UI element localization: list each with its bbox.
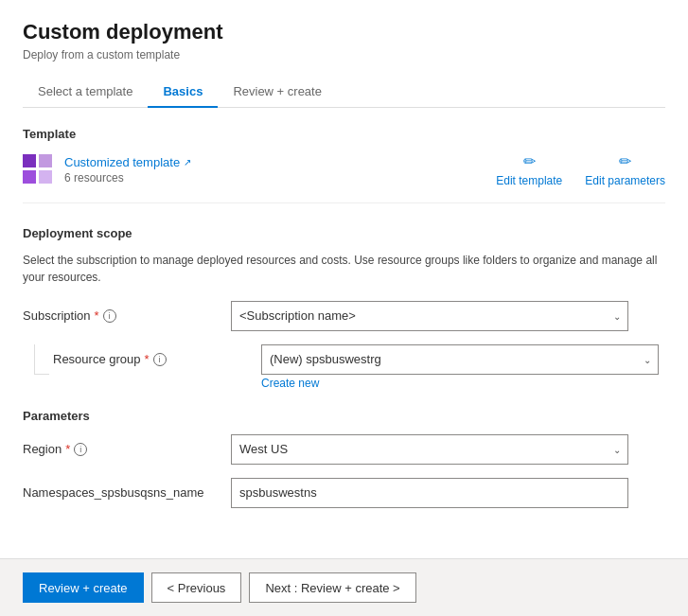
resource-group-required-star: * <box>145 352 150 366</box>
tab-select-template[interactable]: Select a template <box>23 77 148 108</box>
icon-block-2 <box>39 154 52 167</box>
template-icon <box>23 154 53 185</box>
page-subtitle: Deploy from a custom template <box>23 48 665 62</box>
resource-group-label-wrapper: Resource group * i <box>49 344 261 375</box>
page-title: Custom deployment <box>23 19 665 46</box>
indent-line <box>34 344 49 375</box>
edit-parameters-button[interactable]: ✏ Edit parameters <box>585 152 665 187</box>
subscription-required-star: * <box>95 308 99 323</box>
parameters-label: Parameters <box>23 409 665 423</box>
tab-review-create[interactable]: Review + create <box>218 77 337 108</box>
previous-button[interactable]: < Previous <box>151 572 242 603</box>
region-row: Region * i West US ⌄ <box>23 434 665 465</box>
resource-group-select[interactable]: (New) spsbuswestrg <box>261 344 659 375</box>
region-select-wrapper: West US ⌄ <box>231 434 628 465</box>
icon-block-3 <box>23 170 36 184</box>
subscription-row: Subscription * i <Subscription name> ⌄ <box>23 301 665 331</box>
subscription-select-wrapper: <Subscription name> ⌄ <box>231 301 628 331</box>
template-actions: ✏ Edit template ✏ Edit parameters <box>496 152 665 187</box>
namespaces-name-input[interactable] <box>231 478 628 508</box>
external-link-icon: ↗ <box>184 157 191 167</box>
template-resources: 6 resources <box>64 171 191 185</box>
icon-block-4 <box>39 170 52 184</box>
resource-group-label: Resource group * i <box>53 352 261 366</box>
resource-group-select-wrapper: (New) spsbuswestrg ⌄ <box>261 344 659 375</box>
namespaces-name-label: Namespaces_spsbusqsns_name <box>23 485 231 500</box>
resource-group-indent: Resource group * i <box>23 344 261 375</box>
deployment-scope-section: Deployment scope Select the subscription… <box>23 226 665 390</box>
template-name-link[interactable]: Customized template ↗ <box>64 155 191 169</box>
template-info: Customized template ↗ 6 resources <box>23 154 191 185</box>
scope-description: Select the subscription to manage deploy… <box>23 252 665 286</box>
region-info-icon[interactable]: i <box>74 443 87 456</box>
subscription-select[interactable]: <Subscription name> <box>231 301 628 331</box>
footer: Review + create < Previous Next : Review… <box>0 558 688 616</box>
page-header: Custom deployment Deploy from a custom t… <box>23 19 665 62</box>
next-button[interactable]: Next : Review + create > <box>249 572 415 603</box>
review-create-button[interactable]: Review + create <box>23 572 144 603</box>
resource-group-row: Resource group * i (New) spsbuswestrg ⌄ … <box>23 344 665 390</box>
subscription-label: Subscription * i <box>23 308 231 323</box>
pencil-icon-params: ✏ <box>619 152 631 170</box>
pencil-icon-template: ✏ <box>523 152 536 170</box>
parameters-section: Parameters Region * i West US ⌄ Na <box>23 409 665 508</box>
edit-template-button[interactable]: ✏ Edit template <box>496 152 562 187</box>
create-new-link[interactable]: Create new <box>261 377 659 390</box>
region-select[interactable]: West US <box>231 434 628 465</box>
main-content: Template Customized template ↗ 6 resourc… <box>23 127 665 616</box>
template-details: Customized template ↗ 6 resources <box>64 155 191 185</box>
icon-block-1 <box>23 154 36 167</box>
deployment-scope-label: Deployment scope <box>23 226 665 240</box>
tab-basics[interactable]: Basics <box>148 77 218 108</box>
resource-group-info-icon[interactable]: i <box>153 353 167 366</box>
template-section-label: Template <box>23 127 665 141</box>
template-section: Customized template ↗ 6 resources ✏ Edit… <box>23 152 665 203</box>
subscription-info-icon[interactable]: i <box>103 309 116 323</box>
namespaces-name-row: Namespaces_spsbusqsns_name <box>23 478 665 508</box>
region-label: Region * i <box>23 442 231 456</box>
region-required-star: * <box>65 442 70 456</box>
tab-bar: Select a template Basics Review + create <box>23 77 665 108</box>
